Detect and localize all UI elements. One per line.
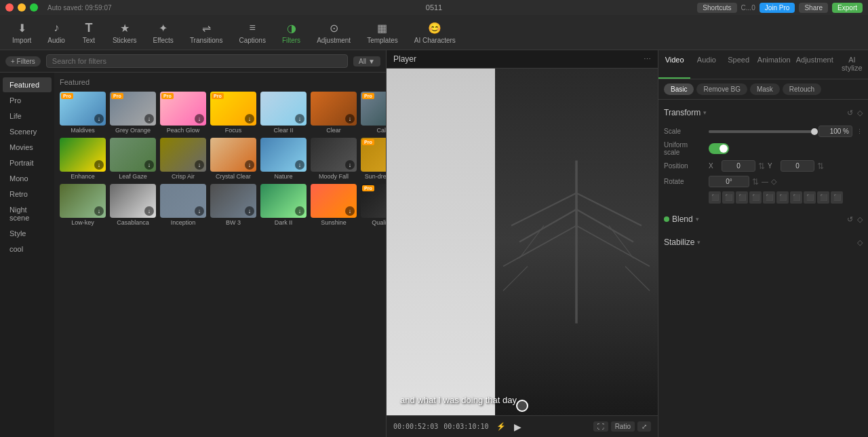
- pos-y-input[interactable]: [781, 160, 814, 172]
- pos-x-stepper[interactable]: ⇅: [758, 162, 765, 171]
- subtab-basic[interactable]: Basic: [664, 83, 694, 95]
- scale-slider[interactable]: [709, 130, 814, 133]
- sidebar-item-cool[interactable]: cool: [3, 242, 52, 256]
- filter-item-calm[interactable]: Pro ↓ Calm: [361, 92, 386, 134]
- blend-pin-icon[interactable]: ◇: [857, 215, 863, 224]
- subtab-remove-bg[interactable]: Remove BG: [696, 83, 747, 95]
- sidebar-item-life[interactable]: Life: [3, 109, 52, 124]
- filter-item-grey-orange[interactable]: Pro ↓ Grey Orange: [110, 92, 156, 134]
- align-br-btn[interactable]: ⬛: [831, 191, 843, 204]
- filter-item-sunshine[interactable]: ↓ Sunshine: [311, 184, 357, 226]
- filter-item-quality-ii[interactable]: Pro ↓ Quality II: [361, 184, 386, 226]
- tool-stickers[interactable]: ★ Stickers: [106, 18, 144, 47]
- tool-templates[interactable]: ▦ Templates: [360, 18, 405, 47]
- play-button[interactable]: ▶: [514, 421, 521, 432]
- filter-item-sun-drenched[interactable]: Pro ↓ Sun-drenched: [361, 138, 386, 180]
- filter-item-leaf-gaze[interactable]: ↓ Leaf Gaze: [110, 138, 156, 180]
- ratio-button[interactable]: Ratio: [611, 421, 635, 432]
- crop-button[interactable]: ⛶: [593, 421, 608, 432]
- export-button[interactable]: Export: [832, 3, 863, 13]
- shortcuts-button[interactable]: Shortcuts: [697, 3, 736, 13]
- preview-menu-icon[interactable]: ⋯: [644, 55, 651, 64]
- tab-adjustment[interactable]: Adjustment: [793, 50, 836, 79]
- sidebar-item-retro[interactable]: Retro: [3, 187, 52, 202]
- filter-item-bw-3[interactable]: ↓ BW 3: [210, 184, 256, 226]
- sidebar-item-style[interactable]: Style: [3, 226, 52, 241]
- align-bottom-btn[interactable]: ⬛: [776, 191, 789, 204]
- filter-item-casablanca[interactable]: ↓ Casablanca: [110, 184, 156, 226]
- all-button[interactable]: All ▼: [353, 56, 380, 66]
- tool-adjustment[interactable]: ⊙ Adjustment: [310, 18, 357, 47]
- filter-item-nature[interactable]: ↓ Nature: [260, 138, 307, 180]
- tool-filters[interactable]: ◑ Filters: [275, 18, 307, 47]
- blend-reset-icon[interactable]: ↺: [847, 215, 853, 224]
- filter-item-clear-ii[interactable]: ↓ Clear II: [260, 92, 307, 134]
- filter-item-maldives[interactable]: Pro ↓ Maldives: [60, 92, 106, 134]
- scale-expand[interactable]: ⋮: [856, 128, 863, 135]
- tool-effects[interactable]: ✦ Effects: [146, 18, 180, 47]
- transform-pin-icon[interactable]: ◇: [857, 109, 863, 117]
- close-dot[interactable]: [5, 3, 14, 12]
- filter-item-focus[interactable]: Pro ↓ Focus: [210, 92, 256, 134]
- fullscreen-button[interactable]: ⤢: [637, 421, 651, 432]
- subtab-retouch[interactable]: Retouch: [783, 83, 821, 95]
- filter-item-enhance[interactable]: ↓ Enhance: [60, 138, 106, 180]
- toggle-knob: [719, 145, 728, 153]
- rotate-input[interactable]: [709, 176, 749, 187]
- filter-item-moody-fall[interactable]: ↓ Moody Fall: [311, 138, 357, 180]
- tab-ai-stylize[interactable]: AI stylize: [836, 50, 868, 79]
- tab-video[interactable]: Video: [658, 50, 690, 79]
- tool-captions[interactable]: ≡ Captions: [232, 18, 272, 47]
- tab-animation[interactable]: Animation: [755, 50, 793, 79]
- subtab-mask[interactable]: Mask: [750, 83, 780, 95]
- pos-y-stepper[interactable]: ⇅: [817, 162, 824, 171]
- main-area: + Filters All ▼ Featured Pro Life Scener…: [0, 50, 868, 437]
- filter-item-clear[interactable]: ↓ Clear: [311, 92, 357, 134]
- tool-import[interactable]: ⬇ Import: [5, 18, 38, 47]
- align-center-v-btn[interactable]: ⬛: [763, 191, 775, 204]
- speed-icon[interactable]: ⚡: [494, 421, 509, 432]
- rotate-flip-icon[interactable]: ◇: [771, 177, 776, 186]
- align-top-btn[interactable]: ⬛: [749, 191, 762, 204]
- filter-item-inception[interactable]: ↓ Inception: [160, 184, 206, 226]
- tab-audio[interactable]: Audio: [690, 50, 722, 79]
- filter-item-peach-glow[interactable]: Pro ↓ Peach Glow: [160, 92, 206, 134]
- filter-item-crisp-air[interactable]: ↓ Crisp Air: [160, 138, 206, 180]
- align-bl-btn[interactable]: ⬛: [817, 191, 829, 204]
- sidebar-item-mono[interactable]: Mono: [3, 171, 52, 186]
- sidebar-item-night-scene[interactable]: Night scene: [3, 202, 52, 225]
- sidebar-item-scenery[interactable]: Scenery: [3, 124, 52, 139]
- filter-item-low-key[interactable]: ↓ Low-key: [60, 184, 106, 226]
- share-button[interactable]: Share: [799, 3, 828, 13]
- tool-ai-characters[interactable]: 😊 AI Characters: [408, 18, 462, 47]
- filter-item-dark-ii[interactable]: ↓ Dark II: [260, 184, 307, 226]
- transform-reset-icon[interactable]: ↺: [847, 109, 853, 117]
- tab-speed[interactable]: Speed: [723, 50, 755, 79]
- scale-slider-thumb[interactable]: [811, 128, 818, 135]
- filter-item-crystal-clear[interactable]: ↓ Crystal Clear: [210, 138, 256, 180]
- sidebar-item-movies[interactable]: Movies: [3, 140, 52, 155]
- align-tr-btn[interactable]: ⬛: [804, 191, 816, 204]
- minimize-dot[interactable]: [18, 3, 26, 12]
- rotate-reset[interactable]: —: [762, 178, 768, 185]
- sidebar-item-portrait[interactable]: Portrait: [3, 155, 52, 170]
- filters-tag: + Filters: [5, 56, 41, 66]
- tool-audio[interactable]: ♪ Audio: [41, 18, 72, 47]
- maximize-dot[interactable]: [30, 3, 38, 12]
- video-scrubber[interactable]: [516, 400, 528, 412]
- align-left-btn[interactable]: ⬛: [709, 191, 721, 204]
- tool-transitions[interactable]: ⇌ Transitions: [183, 18, 230, 47]
- scale-value[interactable]: 100 %: [818, 126, 852, 137]
- align-center-h-btn[interactable]: ⬛: [722, 191, 734, 204]
- join-pro-button[interactable]: Join Pro: [760, 3, 795, 13]
- sidebar-item-pro[interactable]: Pro: [3, 93, 52, 108]
- uniform-scale-toggle[interactable]: [709, 143, 729, 154]
- tool-text[interactable]: T Text: [75, 18, 103, 47]
- pos-x-input[interactable]: [722, 160, 755, 172]
- search-input[interactable]: [46, 54, 348, 68]
- align-tl-btn[interactable]: ⬛: [790, 191, 802, 204]
- stabilize-pin-icon[interactable]: ◇: [857, 238, 863, 247]
- sidebar-item-featured[interactable]: Featured: [3, 77, 52, 92]
- align-right-btn[interactable]: ⬛: [736, 191, 748, 204]
- rotate-stepper[interactable]: ⇅: [752, 177, 759, 187]
